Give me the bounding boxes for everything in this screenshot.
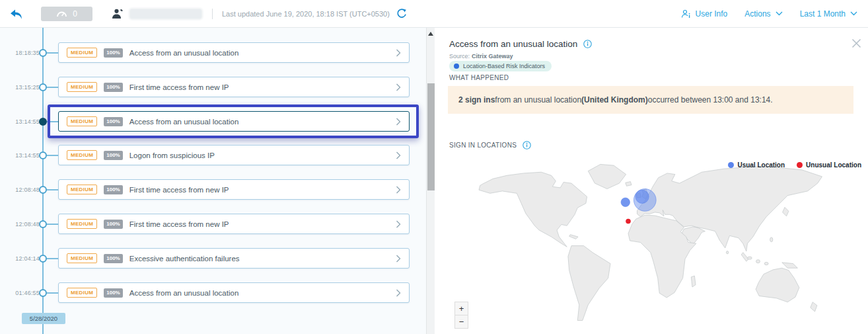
timeline-connector (47, 258, 58, 259)
info-icon[interactable] (523, 141, 531, 149)
legend-dot-icon (797, 162, 803, 168)
island-cuba (569, 235, 578, 239)
category-chip: Location-Based Risk Indicators (449, 61, 552, 71)
chevron-right-icon (396, 83, 401, 91)
risk-indicator-card[interactable]: MEDIUM 100% First time access from new I… (58, 77, 410, 97)
scrollbar-thumb[interactable] (427, 83, 435, 190)
risk-indicator-card[interactable]: MEDIUM 100% First time access from new I… (58, 179, 410, 200)
timeline-timestamp: 12:08:48 (15, 221, 40, 228)
user-name-redacted (130, 9, 201, 19)
timeline-item: 13:15:25 MEDIUM 100% First time access f… (0, 77, 426, 98)
severity-badge: MEDIUM (67, 48, 97, 58)
timeline-connector (47, 87, 58, 88)
legend-dot-icon (728, 162, 734, 168)
last-updated-text: Last updated June 19, 2020, 18:18 IST (U… (222, 10, 390, 18)
risk-indicator-card[interactable]: MEDIUM 100% Logon from suspicious IP (58, 145, 410, 165)
chevron-right-icon (396, 49, 401, 57)
close-icon[interactable] (851, 38, 861, 51)
map-zoom-out-button[interactable]: − (454, 315, 468, 329)
island-sri-lanka (726, 251, 728, 254)
actions-dropdown[interactable]: Actions (744, 9, 782, 19)
timeline-connector (47, 121, 58, 122)
chevron-right-icon (396, 186, 401, 194)
risk-indicator-card[interactable]: MEDIUM 100% First time access from new I… (58, 214, 410, 234)
risk-indicator-label: Logon from suspicious IP (129, 151, 215, 159)
risk-indicator-card[interactable]: MEDIUM 100% Access from an unusual locat… (58, 42, 410, 63)
timeline-item: 12:04:14 MEDIUM 100% Excessive authentic… (0, 248, 426, 269)
message-part: from an unusual location (495, 95, 581, 104)
continent-greenland (588, 164, 626, 188)
timeline-timestamp: 12:04:14 (15, 255, 40, 262)
usual-location-marker[interactable] (635, 190, 649, 203)
timeline-connector (47, 52, 58, 54)
island-sulawesi (764, 262, 768, 265)
timeline-connector (47, 155, 58, 156)
time-range-label: Last 1 Month (800, 9, 846, 19)
world-map[interactable]: Usual Location Unusual Location + − (435, 155, 868, 334)
confidence-badge: 100% (104, 48, 122, 58)
back-icon[interactable] (9, 7, 25, 21)
user-info-label: User Info (696, 9, 728, 19)
confidence-badge: 100% (104, 185, 122, 194)
timeline-timestamp: 13:14:55 (15, 118, 40, 125)
severity-badge: MEDIUM (67, 150, 97, 160)
source-value: Citrix Gateway (472, 53, 513, 60)
message-part: (United Kingdom) (581, 95, 648, 104)
risk-indicator-label: Access from an unusual location (129, 289, 239, 297)
chevron-down-icon (850, 11, 857, 16)
timeline-item: 13:14:55 MEDIUM 100% Access from an unus… (0, 111, 426, 132)
message-part: occurred between 13:00 and 13:14. (648, 95, 773, 104)
usual-location-marker[interactable] (621, 198, 630, 206)
sign-in-locations-label: SIGN IN LOCATIONS (449, 142, 517, 149)
actions-label: Actions (744, 9, 770, 19)
time-range-dropdown[interactable]: Last 1 Month (800, 9, 857, 19)
timeline-node-icon (39, 49, 47, 57)
island-madagascar (691, 276, 696, 287)
risk-indicator-card[interactable]: MEDIUM 100% Access from an unusual locat… (58, 111, 410, 132)
severity-badge: MEDIUM (67, 116, 97, 126)
severity-badge: MEDIUM (67, 82, 97, 92)
risk-indicator-label: First time access from new IP (129, 186, 229, 194)
island-japan (783, 207, 789, 216)
timeline-node-icon (39, 118, 47, 126)
message-part: 2 sign ins (458, 95, 495, 104)
timeline-timestamp: 13:14:55 (15, 152, 40, 159)
risk-indicator-card[interactable]: MEDIUM 100% Excessive authentication fai… (58, 248, 410, 269)
chevron-right-icon (396, 151, 401, 159)
map-legend: Usual Location Unusual Location (728, 161, 861, 169)
scrollbar[interactable] (426, 28, 435, 334)
unusual-location-marker[interactable] (626, 219, 631, 224)
confidence-badge: 100% (104, 254, 122, 263)
timeline-connector (47, 292, 58, 294)
detail-title: Access from an unusual location (449, 39, 577, 49)
risk-timeline-panel: 18:18:35 MEDIUM 100% Access from an unus… (0, 28, 435, 334)
severity-badge: MEDIUM (67, 288, 97, 298)
map-zoom-in-button[interactable]: + (454, 302, 468, 315)
risk-indicator-card[interactable]: MEDIUM 100% Access from an unusual locat… (58, 282, 410, 303)
scroll-up-icon[interactable] (428, 32, 433, 36)
chevron-right-icon (396, 118, 401, 126)
user-info-button[interactable]: User Info (681, 9, 728, 19)
timeline-connector (47, 189, 58, 190)
confidence-badge: 100% (104, 117, 122, 126)
chevron-right-icon (396, 220, 401, 228)
world-map-svg (468, 159, 824, 326)
timeline-item: 13:14:55 MEDIUM 100% Logon from suspicio… (0, 145, 426, 166)
info-icon[interactable] (583, 40, 592, 48)
timeline-timestamp: 18:18:35 (15, 50, 40, 56)
divider (212, 9, 213, 19)
continent-australia (756, 268, 799, 302)
confidence-badge: 100% (104, 83, 122, 92)
timeline-item: 12:08:48 MEDIUM 100% First time access f… (0, 214, 426, 235)
refresh-icon[interactable] (396, 9, 407, 19)
risk-score-badge[interactable]: 0 (41, 7, 92, 21)
risk-indicator-label: Access from an unusual location (129, 49, 239, 57)
timeline-node-icon (39, 220, 47, 228)
timeline-connector (47, 224, 58, 225)
chevron-right-icon (396, 289, 401, 297)
chevron-down-icon (776, 11, 783, 16)
severity-badge: MEDIUM (67, 185, 97, 194)
timeline-item: 18:18:35 MEDIUM 100% Access from an unus… (0, 42, 426, 63)
risk-score-value: 0 (73, 9, 77, 19)
source-line: Source:Citrix Gateway (449, 53, 513, 60)
